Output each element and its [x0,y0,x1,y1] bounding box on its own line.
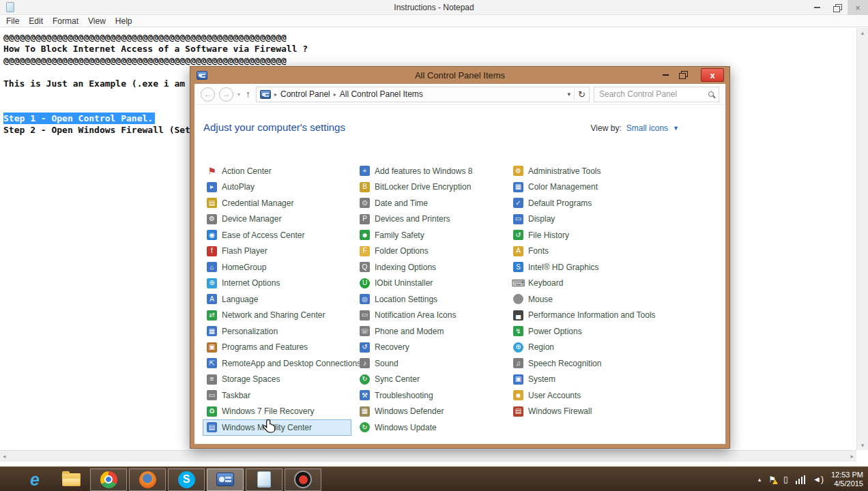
taskbar-button-screen-recorder[interactable] [285,468,321,491]
cp-item-windows-mobility-center[interactable]: ▤Windows Mobility Center [203,419,351,436]
breadcrumb[interactable]: ▸ Control Panel ▸ All Control Panel Item… [256,87,590,102]
cp-restore-button[interactable] [675,70,691,80]
cp-item-windows-7-file-recovery[interactable]: ♻Windows 7 File Recovery [203,404,356,420]
taskbar-button-internet-explorer[interactable]: e [18,468,52,491]
cp-item-indexing-options[interactable]: QIndexing Options [356,259,509,276]
cp-item-folder-options[interactable]: FFolder Options [356,243,509,260]
cp-item-personalization[interactable]: ▦Personalization [203,323,356,340]
control-panel-titlebar[interactable]: All Control Panel Items x [190,67,729,84]
cp-item-color-management[interactable]: ▦Color Management [509,179,714,196]
menu-view[interactable]: View [85,16,112,26]
cp-item-troubleshooting[interactable]: ⚒Troubleshooting [356,387,509,404]
cp-item-notification-area-icons[interactable]: ▭Notification Area Icons [356,308,509,324]
cp-item-family-safety[interactable]: ☻Family Safety [356,227,509,243]
cp-item-network-and-sharing-center[interactable]: ⇄Network and Sharing Center [203,308,356,324]
cp-item-remoteapp-and-desktop-connections[interactable]: ⇱RemoteApp and Desktop Connections [203,355,356,372]
search-box[interactable] [594,87,719,102]
control-panel-window: All Control Panel Items x ← → ▾ ↑ ▸ Cont… [190,66,730,449]
taskbar-button-notepad[interactable] [246,468,283,491]
chevron-down-icon[interactable]: ▼ [673,125,679,132]
scroll-right-icon[interactable]: ▸ [850,453,854,460]
notepad-minimize-button[interactable] [807,0,827,15]
show-hidden-icons-icon[interactable]: ▴ [758,477,762,483]
view-by-value[interactable]: Small icons [626,123,668,133]
cp-item-intel-hd-graphics[interactable]: SIntel® HD Graphics [509,259,714,276]
cp-item-autoplay[interactable]: ▸AutoPlay [203,179,356,196]
cp-item-programs-and-features[interactable]: ▣Programs and Features [203,340,356,356]
refresh-icon[interactable]: ↻ [578,89,585,100]
cp-item-homegroup[interactable]: ⌂HomeGroup [203,259,356,276]
up-icon[interactable]: ↑ [246,89,250,100]
search-icon[interactable] [708,91,714,97]
back-icon[interactable]: ← [201,87,215,102]
cp-item-sync-center[interactable]: ↻Sync Center [356,372,509,388]
scroll-left-icon[interactable]: ◂ [3,453,6,460]
taskbar-clock[interactable]: 12:53 PM 4/5/2015 [831,471,863,488]
cp-item-region[interactable]: ⊕Region [509,340,714,356]
cp-item-file-history[interactable]: ↺File History [509,227,714,243]
power-plug-icon[interactable]: ▯ [783,475,788,483]
cp-item-credential-manager[interactable]: ▤Credential Manager [203,195,356,211]
cp-minimize-button[interactable] [657,70,674,80]
cp-item-system[interactable]: ▣System [509,372,714,388]
cp-item-date-and-time[interactable]: ⊙Date and Time [356,195,509,211]
volume-icon[interactable]: ◄) [813,475,824,483]
menu-file[interactable]: File [3,16,25,26]
cp-item-add-features-to-windows-8[interactable]: +Add features to Windows 8 [356,163,509,179]
cp-item-default-programs[interactable]: ✓Default Programs [509,195,714,211]
cp-item-windows-firewall[interactable]: ▤Windows Firewall [509,404,714,420]
cp-item-fonts[interactable]: AFonts [509,243,714,260]
cp-item-performance-information-and-tools[interactable]: ▄Performance Information and Tools [509,308,714,324]
menu-edit[interactable]: Edit [25,16,49,26]
cp-item-action-center[interactable]: ⚑Action Center [203,163,356,179]
cp-item-sound[interactable]: ♪Sound [356,355,509,372]
cp-item-administrative-tools[interactable]: ⚙Administrative Tools [509,163,714,179]
cp-item-location-settings[interactable]: ◎Location Settings [356,291,509,308]
cp-item-display[interactable]: ▭Display [509,211,714,228]
notepad-vertical-scrollbar[interactable]: ▴ ▾ [856,28,868,450]
cp-item-bitlocker-drive-encryption[interactable]: BBitLocker Drive Encryption [356,179,509,196]
action-center-flag-icon[interactable]: ⚑ [768,475,776,483]
view-by-control[interactable]: View by: Small icons ▼ [591,123,679,133]
cp-item-recovery[interactable]: ↺Recovery [356,340,509,356]
cp-item-power-options[interactable]: ↯Power Options [509,323,714,340]
notepad-restore-button[interactable] [827,0,848,15]
cp-item-phone-and-modem[interactable]: ☏Phone and Modem [356,323,509,340]
network-signal-icon[interactable] [796,475,806,484]
cp-item-devices-and-printers[interactable]: PDevices and Printers [356,211,509,228]
cp-item-ease-of-access-center[interactable]: ◉Ease of Access Center [203,227,356,243]
scroll-up-icon[interactable]: ▴ [861,29,865,36]
taskbar-button-firefox[interactable] [129,468,166,491]
cp-item-taskbar[interactable]: ▭Taskbar [203,387,356,404]
breadcrumb-control-panel[interactable]: Control Panel [280,89,330,99]
notepad-titlebar[interactable]: Instructions - Notepad × [0,0,868,15]
taskbar-button-chrome[interactable] [90,468,127,491]
cp-item-keyboard[interactable]: ⌨Keyboard [509,276,714,292]
menu-help[interactable]: Help [112,16,139,26]
cp-item-device-manager[interactable]: ⚙Device Manager [203,211,356,228]
cp-item-iobit-uninstaller[interactable]: UIObit Uninstaller [356,276,509,292]
menu-format[interactable]: Format [49,16,85,26]
forward-icon[interactable]: → [219,87,233,102]
scroll-down-icon[interactable]: ▾ [861,442,865,449]
cp-item-label: IObit Uninstaller [375,278,433,288]
cp-item-speech-recognition[interactable]: ♫Speech Recognition [509,355,714,372]
cp-item-internet-options[interactable]: ⊕Internet Options [203,276,356,292]
cp-item-mouse[interactable]: Mouse [509,291,714,308]
notepad-close-button[interactable]: × [848,0,868,15]
taskbar-button-file-explorer[interactable] [54,468,88,491]
cp-item-language[interactable]: ALanguage [203,291,356,308]
cp-item-user-accounts[interactable]: ☻User Accounts [509,387,714,404]
taskbar-button-skype[interactable] [168,468,205,491]
cp-item-windows-defender[interactable]: ▦Windows Defender [356,404,509,420]
notepad-horizontal-scrollbar[interactable]: ◂ ▸ [0,450,856,462]
breadcrumb-all-items[interactable]: All Control Panel Items [340,89,423,99]
cp-item-windows-update[interactable]: ↻Windows Update [356,419,509,436]
cp-item-storage-spaces[interactable]: ≡Storage Spaces [203,372,356,388]
taskbar-button-control-panel[interactable] [207,468,244,491]
recent-pages-icon[interactable]: ▾ [237,91,240,98]
search-input[interactable] [599,89,708,99]
cp-close-button[interactable]: x [701,68,724,82]
cp-item-flash-player[interactable]: fFlash Player [203,243,356,260]
address-dropdown-icon[interactable]: ▾ [568,91,571,98]
